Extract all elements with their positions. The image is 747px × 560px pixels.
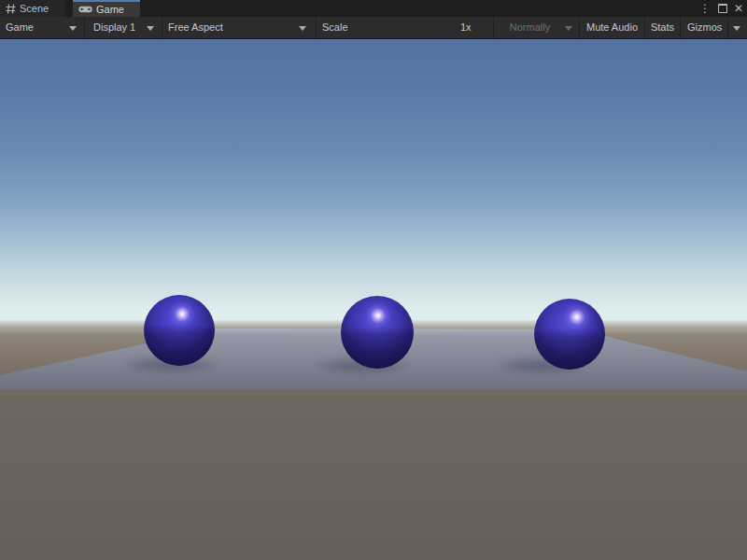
close-icon[interactable]: ✕	[730, 0, 747, 17]
grid-icon	[6, 4, 16, 14]
game-mode-dropdown[interactable]: Game	[0, 17, 84, 39]
gamepad-icon	[78, 5, 92, 14]
blue-sphere	[144, 295, 215, 366]
unity-game-panel: Scene Game ⋮ ✕ Game Display 1	[0, 0, 747, 560]
scene-objects	[0, 39, 747, 560]
maximize-icon[interactable]	[715, 0, 730, 17]
tab-scene-label: Scene	[20, 3, 49, 14]
tab-game-label: Game	[96, 4, 124, 15]
chevron-down-icon	[299, 26, 306, 31]
chevron-down-icon	[69, 26, 77, 31]
chevron-down-icon	[147, 26, 154, 31]
aspect-ratio-dropdown[interactable]: Free Aspect	[162, 17, 316, 39]
chevron-down-icon	[733, 26, 740, 31]
playmode-dropdown[interactable]: Normally	[494, 17, 579, 39]
stats-button[interactable]: Stats	[645, 17, 680, 39]
tab-scene[interactable]: Scene	[0, 0, 65, 17]
mute-audio-button[interactable]: Mute Audio	[580, 17, 644, 39]
tab-game[interactable]: Game	[73, 0, 140, 17]
blue-sphere	[341, 296, 414, 369]
tab-bar: Scene Game ⋮ ✕	[0, 0, 747, 17]
scale-label: Scale	[322, 17, 348, 39]
kebab-menu-icon[interactable]: ⋮	[698, 0, 712, 17]
scale-value: 1x	[460, 17, 472, 39]
game-view-toolbar: Game Display 1 Free Aspect Scale 1x Norm…	[0, 17, 747, 39]
blue-sphere	[534, 299, 605, 370]
display-dropdown[interactable]: Display 1	[85, 17, 162, 39]
chevron-down-icon	[565, 26, 572, 31]
game-viewport[interactable]	[0, 39, 747, 560]
gizmos-dropdown[interactable]: Gizmos	[681, 17, 747, 39]
